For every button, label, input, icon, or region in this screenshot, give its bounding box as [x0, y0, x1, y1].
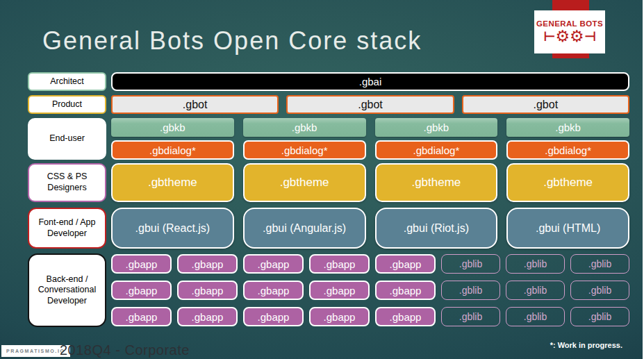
- gbui-react-cell: .gbui (React.js): [111, 208, 234, 249]
- page-title: General Bots Open Core stack: [42, 26, 422, 55]
- gbkb-cell: .gbkb: [375, 118, 498, 137]
- gbui-html-cell: .gbui (HTML): [506, 208, 629, 249]
- work-in-progress-note: *: Work in progress.: [550, 341, 622, 349]
- gblib-cell: .gblib: [441, 281, 500, 300]
- gbdialog-cell: .gbdialog*: [375, 140, 498, 160]
- footer-caption: 2018Q4 - Corporate: [60, 342, 190, 358]
- gbkb-cell: .gbkb: [243, 118, 366, 137]
- role-label-backend-developer: Back-end / Conversational Developer: [28, 253, 106, 327]
- gear-icon: ⚙: [555, 28, 570, 44]
- gbapp-cell: .gbapp: [375, 307, 436, 326]
- gbapp-cell: .gbapp: [309, 307, 370, 326]
- gbui-angular-cell: .gbui (Angular.js): [243, 208, 366, 249]
- left-tack-icon: ⊢: [543, 30, 555, 43]
- gear-icon: ⚙: [570, 28, 584, 44]
- gblib-cell: .gblib: [441, 254, 500, 274]
- gblib-cell: .gblib: [506, 281, 565, 300]
- gbai-row: .gbai: [111, 72, 629, 91]
- gblib-cell: .gblib: [570, 254, 629, 274]
- gbkb-cell: .gbkb: [506, 118, 629, 137]
- gbtheme-cell: .gbtheme: [506, 163, 629, 202]
- gblib-cell: .gblib: [506, 254, 565, 274]
- gbapp-cell: .gbapp: [309, 281, 370, 300]
- gbdialog-cell: .gbdialog*: [111, 140, 234, 160]
- gbapp-cell: .gbapp: [243, 254, 304, 274]
- gbot-cell: .gbot: [462, 95, 629, 114]
- gbot-row: .gbot .gbot .gbot: [111, 95, 629, 114]
- gblib-cell: .gblib: [506, 307, 565, 326]
- gbot-cell: .gbot: [286, 95, 454, 114]
- gblib-cell: .gblib: [441, 307, 500, 326]
- gears-icon: ⊢ ⚙ ⚙ ⊣: [543, 28, 596, 44]
- gbui-riot-cell: .gbui (Riot.js): [375, 208, 498, 249]
- gbapp-cell: .gbapp: [243, 281, 304, 300]
- gbtheme-cell: .gbtheme: [375, 163, 498, 202]
- gblib-cell: .gblib: [570, 307, 629, 326]
- gbapp-cell: .gbapp: [177, 307, 238, 326]
- backend-row: .gbapp .gbapp .gbapp .gbapp .gbapp .gbli…: [111, 281, 629, 300]
- slide-canvas: General Bots Open Core stack GENERAL BOT…: [0, 0, 644, 359]
- gbot-cell: .gbot: [111, 95, 279, 114]
- role-label-frontend-developer: Font-end / App Developer: [28, 208, 106, 249]
- gbapp-cell: .gbapp: [111, 281, 172, 300]
- gbapp-cell: .gbapp: [375, 281, 436, 300]
- gbapp-cell: .gbapp: [309, 254, 370, 274]
- role-label-architect: Architect: [28, 72, 106, 91]
- role-label-designers: CSS & PS Designers: [28, 163, 106, 202]
- gbdialog-cell: .gbdialog*: [506, 140, 629, 160]
- gbui-row: .gbui (React.js) .gbui (Angular.js) .gbu…: [111, 208, 629, 249]
- gbdialog-cell: .gbdialog*: [243, 140, 366, 160]
- gbapp-cell: .gbapp: [111, 254, 172, 274]
- gbapp-cell: .gbapp: [375, 254, 436, 274]
- gbapp-cell: .gbapp: [111, 307, 172, 326]
- general-bots-logo: GENERAL BOTS ⊢ ⚙ ⚙ ⊣: [534, 10, 605, 53]
- role-label-end-user: End-user: [28, 118, 106, 160]
- gbkb-cell: .gbkb: [111, 118, 234, 137]
- backend-row: .gbapp .gbapp .gbapp .gbapp .gbapp .gbli…: [111, 254, 629, 274]
- gbtheme-row: .gbtheme .gbtheme .gbtheme .gbtheme: [111, 163, 629, 202]
- right-tack-icon: ⊣: [584, 30, 596, 43]
- gbdialog-row: .gbdialog* .gbdialog* .gbdialog* .gbdial…: [111, 140, 629, 160]
- gbtheme-cell: .gbtheme: [243, 163, 366, 202]
- gbtheme-cell: .gbtheme: [111, 163, 234, 202]
- gbai-bar: .gbai: [111, 72, 629, 91]
- backend-row: .gbapp .gbapp .gbapp .gbapp .gbapp .gbli…: [111, 307, 629, 326]
- gbkb-row: .gbkb .gbkb .gbkb .gbkb: [111, 118, 629, 137]
- role-label-product: Product: [28, 95, 106, 114]
- gbapp-cell: .gbapp: [243, 307, 304, 326]
- gbapp-cell: .gbapp: [177, 254, 238, 274]
- gblib-cell: .gblib: [570, 281, 629, 300]
- gbapp-cell: .gbapp: [177, 281, 238, 300]
